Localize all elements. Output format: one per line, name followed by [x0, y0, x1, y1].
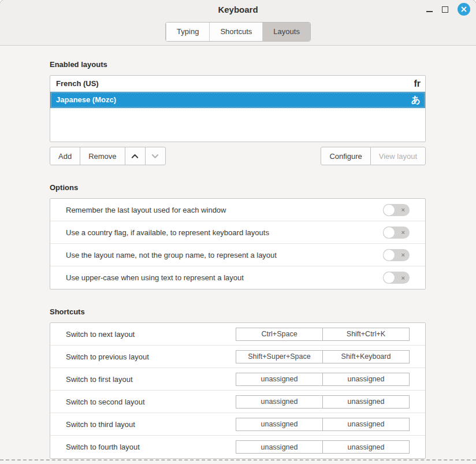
- layout-name: Japanese (Mozc): [56, 95, 411, 104]
- shortcut-binding-button-2[interactable]: unassigned: [322, 418, 410, 431]
- toggle-switch-off[interactable]: ×: [383, 272, 410, 284]
- toggle-knob: [383, 227, 395, 239]
- option-row: Use the layout name, not the group name,…: [50, 244, 425, 266]
- shortcut-binding-group: Ctrl+Space Shift+Ctrl+K: [236, 328, 410, 341]
- shortcut-binding-button-2[interactable]: unassigned: [322, 395, 410, 409]
- tab-shortcuts[interactable]: Shortcuts: [209, 23, 262, 41]
- tabbar: Typing Shortcuts Layouts: [0, 18, 476, 45]
- enabled-layouts-list: French (US) fr Japanese (Mozc) あ: [50, 75, 426, 142]
- move-up-button[interactable]: [125, 147, 146, 165]
- shortcut-binding-button-1[interactable]: unassigned: [236, 395, 323, 409]
- option-label: Use a country flag, if available, to rep…: [66, 228, 383, 237]
- option-label: Use the layout name, not the group name,…: [66, 251, 383, 259]
- shortcut-binding-group: unassigned unassigned: [236, 395, 410, 409]
- layout-edit-button-group: Add Remove: [50, 147, 166, 165]
- toggle-knob: [383, 249, 395, 261]
- shortcut-binding-group: unassigned unassigned: [236, 440, 410, 454]
- toggle-off-x-icon: ×: [401, 274, 405, 281]
- layout-row[interactable]: French (US) fr: [50, 76, 425, 92]
- shortcut-row: Switch to second layout unassigned unass…: [50, 391, 425, 413]
- option-row: Use a country flag, if available, to rep…: [50, 221, 425, 244]
- minimize-button[interactable]: [426, 6, 433, 12]
- shortcut-binding-button-1[interactable]: unassigned: [236, 373, 323, 386]
- layout-indicator-icon: あ: [411, 95, 421, 105]
- shortcut-label: Switch to previous layout: [66, 352, 236, 361]
- shortcut-label: Switch to fourth layout: [66, 443, 236, 451]
- toggle-off-x-icon: ×: [401, 252, 405, 258]
- option-row: Use upper-case when using text to repres…: [50, 266, 425, 289]
- shortcut-binding-group: unassigned unassigned: [236, 373, 410, 386]
- options-heading: Options: [50, 183, 426, 192]
- shortcut-label: Switch to third layout: [66, 420, 236, 429]
- option-label: Remember the last layout used for each w…: [66, 206, 383, 214]
- shortcut-binding-button-2[interactable]: unassigned: [322, 440, 410, 454]
- enabled-layouts-heading: Enabled layouts: [50, 60, 426, 69]
- close-button[interactable]: [458, 3, 470, 16]
- shortcut-binding-button-2[interactable]: Shift+Ctrl+K: [322, 328, 410, 341]
- tab-group: Typing Shortcuts Layouts: [165, 22, 311, 42]
- chevron-down-icon: [151, 154, 159, 159]
- toggle-off-x-icon: ×: [401, 229, 405, 236]
- shortcut-binding-button-2[interactable]: unassigned: [322, 373, 410, 386]
- minimize-icon: [426, 11, 433, 12]
- window-header: Keyboard: [0, 0, 476, 46]
- titlebar[interactable]: Keyboard: [0, 0, 476, 18]
- layouts-page: Enabled layouts French (US) fr Japanese …: [0, 60, 476, 459]
- toggle-knob: [383, 272, 395, 284]
- shortcut-row: Switch to third layout unassigned unassi…: [50, 413, 425, 436]
- toggle-switch-off[interactable]: ×: [383, 249, 410, 261]
- window-controls: [426, 0, 470, 18]
- toggle-off-x-icon: ×: [401, 207, 405, 213]
- window-title: Keyboard: [218, 5, 258, 14]
- bottom-dashed-divider: [0, 459, 476, 461]
- toggle-switch-off[interactable]: ×: [383, 204, 410, 216]
- shortcut-binding-button-1[interactable]: unassigned: [236, 418, 323, 431]
- shortcut-binding-button-2[interactable]: Shift+Keyboard: [322, 350, 410, 363]
- shortcut-label: Switch to first layout: [66, 375, 236, 384]
- maximize-button[interactable]: [442, 6, 448, 13]
- tab-typing[interactable]: Typing: [166, 23, 209, 41]
- shortcut-row: Switch to next layout Ctrl+Space Shift+C…: [50, 323, 425, 346]
- chevron-up-icon: [131, 154, 139, 159]
- shortcut-binding-button-1[interactable]: unassigned: [236, 440, 323, 454]
- option-row: Remember the last layout used for each w…: [50, 199, 425, 221]
- options-panel: Remember the last layout used for each w…: [50, 198, 426, 289]
- shortcuts-panel: Switch to next layout Ctrl+Space Shift+C…: [50, 322, 426, 459]
- shortcut-binding-group: Shift+Super+Space Shift+Keyboard: [236, 350, 410, 363]
- shortcut-label: Switch to next layout: [66, 330, 236, 339]
- remove-button[interactable]: Remove: [80, 147, 125, 165]
- layout-row[interactable]: Japanese (Mozc) あ: [50, 92, 425, 108]
- layout-list-actions: Add Remove: [50, 147, 426, 165]
- view-layout-button[interactable]: View layout: [370, 147, 426, 165]
- shortcut-binding-button-1[interactable]: Shift+Super+Space: [236, 350, 323, 363]
- shortcut-row: Switch to previous layout Shift+Super+Sp…: [50, 346, 425, 368]
- shortcut-row: Switch to fourth layout unassigned unass…: [50, 436, 425, 458]
- layout-indicator-icon: fr: [414, 79, 421, 88]
- shortcut-binding-group: unassigned unassigned: [236, 418, 410, 431]
- tab-layouts[interactable]: Layouts: [262, 23, 310, 41]
- move-down-button[interactable]: [145, 147, 166, 165]
- add-button[interactable]: Add: [50, 147, 80, 165]
- layout-name: French (US): [56, 79, 414, 88]
- shortcuts-heading: Shortcuts: [50, 307, 426, 316]
- option-label: Use upper-case when using text to repres…: [66, 273, 383, 282]
- layout-config-button-group: Configure View layout: [321, 147, 426, 165]
- toggle-switch-off[interactable]: ×: [383, 227, 410, 239]
- maximize-icon: [442, 6, 448, 13]
- close-icon: [461, 6, 467, 12]
- shortcut-binding-button-1[interactable]: Ctrl+Space: [236, 328, 323, 341]
- keyboard-settings-window: Keyboard: [0, 0, 476, 464]
- toggle-knob: [383, 204, 395, 216]
- shortcut-label: Switch to second layout: [66, 398, 236, 406]
- configure-button[interactable]: Configure: [321, 147, 370, 165]
- shortcut-row: Switch to first layout unassigned unassi…: [50, 368, 425, 391]
